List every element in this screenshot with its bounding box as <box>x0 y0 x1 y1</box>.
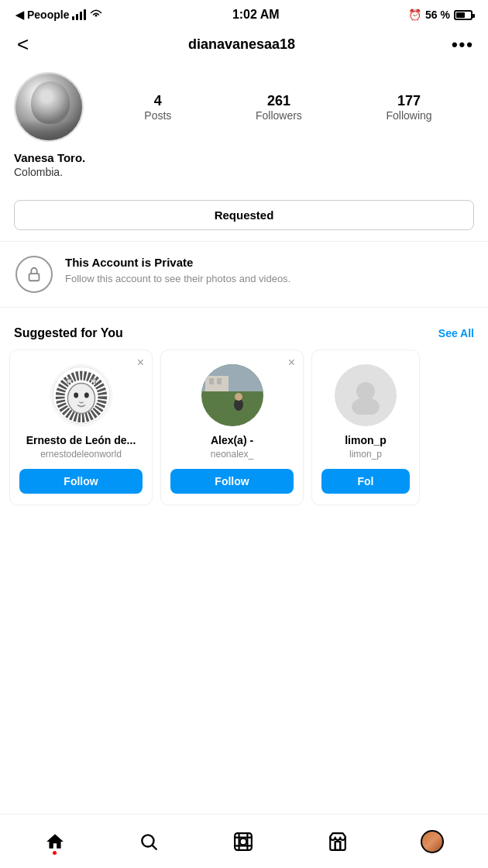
requested-button[interactable]: Requested <box>14 200 474 230</box>
profile-top-row: 4 Posts 261 Followers 177 Following <box>14 72 474 142</box>
card-name-0: Ernesto de León de... <box>19 434 143 446</box>
svg-rect-17 <box>235 833 252 850</box>
svg-rect-10 <box>217 378 222 384</box>
battery-icon <box>454 10 473 20</box>
card-handle-1: neonalex_ <box>211 449 253 460</box>
carrier-text: Peoople <box>27 9 69 21</box>
svg-point-5 <box>84 393 88 398</box>
private-text: This Account is Private Follow this acco… <box>65 256 290 286</box>
svg-point-4 <box>74 393 78 398</box>
home-icon <box>44 831 66 852</box>
bottom-nav <box>0 814 488 868</box>
profile-display-name: Vanesa Toro. <box>14 151 474 164</box>
search-icon <box>138 831 160 852</box>
stat-following[interactable]: 177 Following <box>387 93 432 122</box>
svg-point-18 <box>240 838 247 845</box>
back-button[interactable]: < <box>14 33 32 57</box>
signal-icon <box>72 9 86 20</box>
card-avatar-1 <box>201 364 263 426</box>
private-account-notice: This Account is Private Follow this acco… <box>0 241 488 308</box>
posts-label: Posts <box>144 109 171 122</box>
svg-rect-0 <box>29 274 40 281</box>
profile-section: 4 Posts 261 Followers 177 Following Vane… <box>0 64 488 189</box>
suggested-header: Suggested for You See All <box>0 315 488 350</box>
svg-line-16 <box>153 846 156 849</box>
svg-point-3 <box>67 383 95 413</box>
battery-percent: 56 % <box>425 9 450 21</box>
lock-icon <box>15 256 53 293</box>
followers-count: 261 <box>267 93 290 109</box>
status-bar: ◀ Peoople 1:02 AM ⏰ 56 % <box>0 0 488 26</box>
follow-button-2[interactable]: Fol <box>321 469 410 494</box>
follow-button-0[interactable]: Follow <box>19 469 143 494</box>
follow-button-1[interactable]: Follow <box>170 469 294 494</box>
wifi-icon <box>89 9 103 21</box>
stat-followers[interactable]: 261 Followers <box>256 93 302 122</box>
suggestion-card-0: × Ernesto de León de... <box>9 350 153 505</box>
stat-posts[interactable]: 4 Posts <box>144 93 171 122</box>
profile-bio: Colombia. <box>14 166 474 178</box>
card-avatar-2 <box>335 364 397 426</box>
stats-row: 4 Posts 261 Followers 177 Following <box>102 93 474 122</box>
profile-avatar-nav <box>421 830 444 853</box>
nav-profile[interactable] <box>421 830 444 853</box>
suggested-title: Suggested for You <box>14 326 123 340</box>
svg-point-14 <box>352 398 380 415</box>
suggested-cards-row: × Ernesto de León de... <box>0 350 488 521</box>
card-avatar-0 <box>50 364 112 426</box>
card-name-2: limon_p <box>321 434 410 446</box>
profile-username-header: dianavanesaa18 <box>188 36 295 53</box>
card-close-button-0[interactable]: × <box>137 356 144 369</box>
suggestion-card-1: × Alex(a) - neonalex_ Follow <box>160 350 304 505</box>
status-right: ⏰ 56 % <box>408 9 473 21</box>
followers-label: Followers <box>256 109 302 122</box>
following-label: Following <box>387 109 432 122</box>
suggestion-card-2: limon_p limon_p Fol <box>311 350 420 505</box>
following-count: 177 <box>397 93 421 109</box>
card-handle-0: ernestodeleonworld <box>40 449 122 460</box>
posts-count: 4 <box>154 93 162 109</box>
svg-rect-25 <box>335 842 340 850</box>
more-options-button[interactable]: ••• <box>452 35 474 55</box>
private-description: Follow this account to see their photos … <box>65 272 290 286</box>
shop-icon <box>327 831 349 852</box>
nav-search[interactable] <box>138 831 160 852</box>
status-time: 1:02 AM <box>232 8 280 22</box>
avatar <box>14 72 84 142</box>
nav-shop[interactable] <box>327 831 349 852</box>
nav-home[interactable] <box>44 831 66 852</box>
header-nav: < dianavanesaa18 ••• <box>0 26 488 64</box>
nav-reels[interactable] <box>232 831 254 852</box>
alarm-icon: ⏰ <box>408 9 421 21</box>
card-name-1: Alex(a) - <box>170 434 294 446</box>
reels-icon <box>232 831 254 852</box>
svg-point-12 <box>235 393 242 401</box>
see-all-link[interactable]: See All <box>438 327 474 339</box>
svg-rect-9 <box>209 378 214 384</box>
card-handle-2: limon_p <box>349 449 382 460</box>
card-close-button-1[interactable]: × <box>288 356 295 369</box>
home-dot <box>53 851 57 855</box>
status-carrier: ◀ Peoople <box>15 9 103 21</box>
private-title: This Account is Private <box>65 256 290 269</box>
